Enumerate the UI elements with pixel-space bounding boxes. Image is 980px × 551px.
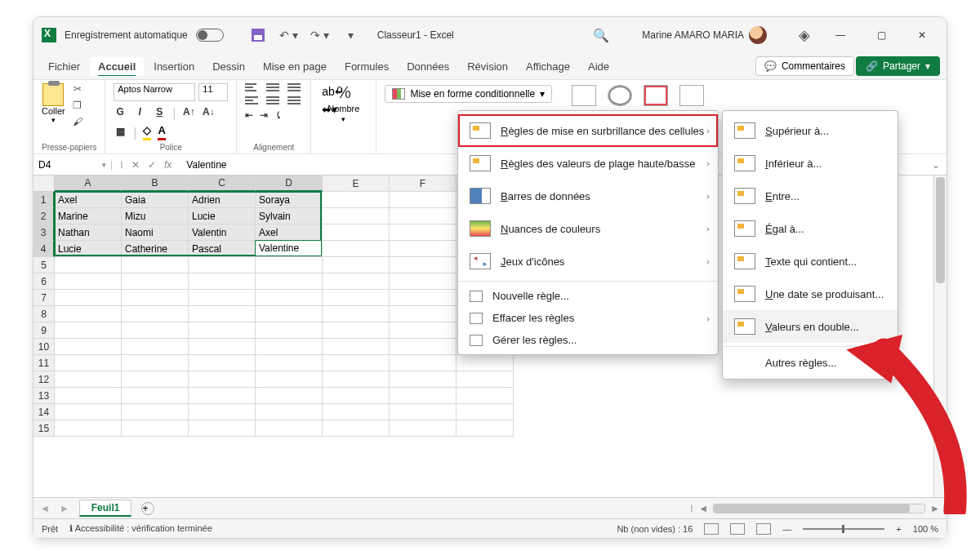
fill-color-button[interactable]: ◇ — [143, 126, 151, 140]
cell[interactable] — [457, 420, 514, 437]
menu-item[interactable]: Règles des valeurs de plage haute/basse› — [458, 147, 718, 180]
align-middle-button[interactable] — [266, 83, 279, 91]
cell-styles-button[interactable] — [608, 85, 632, 106]
search-icon[interactable]: 🔍 — [593, 28, 609, 43]
analyze-button[interactable] — [679, 85, 704, 106]
scroll-left-button[interactable]: ◄ — [698, 503, 708, 514]
cell[interactable] — [457, 404, 514, 420]
row-header[interactable]: 11 — [33, 355, 55, 371]
cell[interactable] — [390, 420, 457, 437]
decrease-indent-button[interactable]: ⇤ — [245, 109, 253, 121]
redo-button[interactable]: ↷ ▾ — [309, 24, 332, 47]
cell[interactable] — [390, 257, 457, 273]
cell[interactable] — [256, 290, 323, 306]
orientation-button[interactable]: ⤹ — [274, 109, 283, 121]
normal-view-button[interactable] — [704, 523, 719, 535]
fx-button[interactable]: ✓ — [148, 159, 156, 171]
column-header[interactable]: B — [122, 176, 189, 192]
cell[interactable] — [323, 208, 390, 224]
cell[interactable] — [55, 388, 122, 404]
user-account[interactable]: Marine AMARO MARIA — [642, 26, 767, 44]
ribbon-tab-formules[interactable]: Formules — [336, 57, 397, 76]
new-sheet-button[interactable]: + — [141, 502, 154, 515]
bold-button[interactable]: G — [114, 106, 127, 121]
cell[interactable] — [390, 388, 457, 404]
cell[interactable] — [122, 420, 189, 437]
diamond-icon[interactable]: ◈ — [793, 24, 816, 47]
cell[interactable] — [189, 273, 256, 290]
italic-button[interactable]: I — [133, 106, 146, 121]
cell[interactable] — [323, 420, 390, 437]
cell[interactable] — [189, 371, 256, 388]
cell[interactable] — [323, 224, 390, 241]
prev-sheet-button[interactable]: ◄ — [40, 503, 50, 514]
cell[interactable] — [122, 290, 189, 306]
cell[interactable] — [55, 420, 122, 437]
row-header[interactable]: 10 — [33, 339, 55, 355]
font-name-select[interactable]: Aptos Narrow — [114, 83, 195, 101]
align-bottom-button[interactable] — [287, 83, 301, 91]
column-header[interactable]: F — [390, 176, 457, 192]
borders-button[interactable]: ▦ — [114, 126, 127, 140]
select-all-corner[interactable] — [33, 176, 55, 192]
cell[interactable] — [256, 257, 323, 273]
minimize-button[interactable]: — — [824, 23, 857, 47]
cell[interactable] — [256, 404, 323, 420]
cell[interactable]: Adrien — [189, 192, 256, 208]
ribbon-tab-révision[interactable]: Révision — [459, 57, 516, 76]
ribbon-tab-mise en page[interactable]: Mise en page — [255, 57, 335, 76]
cell[interactable]: Lucie — [55, 241, 122, 257]
cell[interactable] — [55, 322, 122, 339]
cell[interactable] — [189, 420, 256, 437]
cell[interactable] — [323, 322, 390, 339]
shrink-font-button[interactable]: A↓ — [202, 106, 215, 121]
cell[interactable] — [323, 273, 390, 290]
cell[interactable] — [323, 339, 390, 355]
cell[interactable]: Naomi — [122, 224, 189, 241]
row-header[interactable]: 7 — [33, 290, 55, 306]
cell[interactable] — [323, 371, 390, 388]
format-table-button[interactable] — [572, 85, 596, 106]
cell[interactable] — [390, 290, 457, 306]
copy-button[interactable]: ❐ — [72, 100, 83, 111]
menu-item[interactable]: Inférieur à... — [723, 147, 898, 180]
page-layout-view-button[interactable] — [730, 523, 745, 535]
underline-button[interactable]: S — [153, 106, 166, 121]
cell[interactable] — [323, 192, 390, 208]
cell[interactable] — [390, 192, 457, 208]
cell[interactable] — [55, 355, 122, 371]
cell[interactable] — [122, 257, 189, 273]
format-painter-button[interactable]: 🖌 — [72, 116, 83, 127]
cell[interactable] — [390, 322, 457, 339]
menu-item[interactable]: Gérer les règles... — [458, 329, 718, 351]
fx-icon[interactable]: fx — [164, 159, 172, 171]
cell[interactable]: Nathan — [55, 224, 122, 241]
name-box[interactable]: D4 ▾ — [33, 159, 112, 171]
cell[interactable]: Axel — [55, 192, 122, 208]
cell[interactable] — [323, 355, 390, 371]
cell[interactable] — [256, 339, 323, 355]
cell[interactable] — [55, 257, 122, 273]
menu-item[interactable]: Une date se produisant... — [723, 278, 898, 310]
enter-formula-button[interactable]: ✕ — [131, 159, 140, 171]
cell[interactable] — [390, 224, 457, 241]
cell[interactable]: Catherine — [122, 241, 189, 257]
align-left-button[interactable] — [245, 96, 258, 104]
cell[interactable] — [390, 241, 457, 257]
menu-item[interactable]: Égal à... — [723, 212, 898, 245]
cell[interactable] — [390, 355, 457, 371]
insert-button[interactable] — [644, 85, 668, 106]
cell[interactable] — [323, 404, 390, 420]
cell[interactable]: Soraya — [256, 192, 323, 208]
font-size-select[interactable]: 11 — [198, 83, 228, 101]
cell[interactable] — [189, 322, 256, 339]
page-break-view-button[interactable] — [756, 523, 771, 535]
cell[interactable]: Valentine — [256, 241, 323, 257]
cell[interactable]: Sylvain — [256, 208, 323, 224]
menu-item[interactable]: Supérieur à... — [723, 114, 898, 147]
undo-button[interactable]: ↶ ▾ — [278, 24, 301, 47]
wrap-text-button[interactable]: ab↵ — [322, 85, 345, 98]
cell[interactable]: Lucie — [189, 208, 256, 224]
cell[interactable] — [457, 371, 514, 388]
conditional-formatting-menu[interactable]: Règles de mise en surbrillance des cellu… — [457, 110, 719, 355]
